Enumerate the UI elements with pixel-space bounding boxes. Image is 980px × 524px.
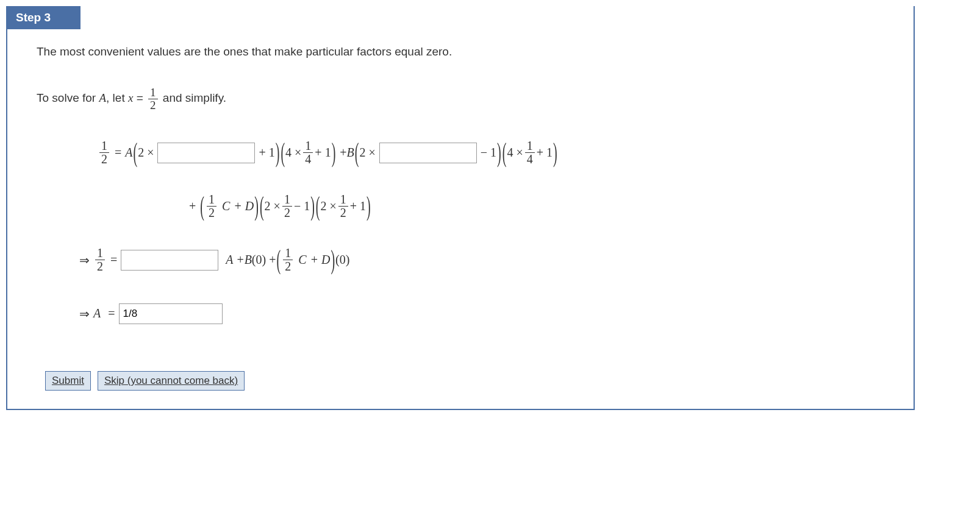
four-x: 4 × <box>285 146 301 160</box>
blank-input-3[interactable] <box>121 250 218 271</box>
solve-suffix: and simplify. <box>160 91 226 104</box>
arrow-icon: ⇒ <box>79 306 90 321</box>
paren-close: ) <box>254 191 259 222</box>
coef-A: A <box>93 306 101 320</box>
math-line-1: 12 = A ( 2 × + 1 ) ( 4 × 14 + 1 ) + B ( … <box>98 138 884 168</box>
solve-letx: , let <box>106 91 128 104</box>
two-x: 2 × <box>265 199 281 213</box>
paren-close: ) <box>332 138 336 169</box>
answer-input-A[interactable] <box>119 303 223 324</box>
solve-line: To solve for A, let x = 12 and simplify. <box>37 87 884 112</box>
paren-open: ( <box>281 138 285 169</box>
paren-close: ) <box>310 191 315 222</box>
eq: = <box>115 146 121 160</box>
frac-half: 12 <box>338 193 348 219</box>
frac-den: 2 <box>148 99 158 112</box>
solve-eq: = <box>133 91 146 104</box>
plus-D: + D <box>310 253 330 267</box>
paren-open: ( <box>200 191 204 222</box>
frac-half: 12 <box>207 193 216 219</box>
paren-close: ) <box>331 245 335 276</box>
paren-close: ) <box>497 138 501 169</box>
frac-1-4: 14 <box>525 140 535 166</box>
coef-A: A <box>125 146 132 160</box>
paren-open: ( <box>276 245 281 276</box>
lhs-frac: 12 <box>99 140 109 166</box>
frac-half: 12 <box>282 193 292 219</box>
plus-1: + 1 <box>259 146 274 160</box>
math-line-3: ⇒ 12 = A + B (0) + ( 12 C + D ) (0) <box>79 246 884 275</box>
plus-D: + D <box>234 199 254 213</box>
buttons-row: Submit Skip (you cannot come back) <box>45 371 884 391</box>
submit-button[interactable]: Submit <box>45 371 91 391</box>
paren-close: ) <box>276 138 280 169</box>
eq: = <box>108 306 115 320</box>
paren-open: ( <box>134 138 138 169</box>
A-plus: A + <box>226 253 244 267</box>
minus-1: − 1 <box>294 199 310 213</box>
two-x: 2 × <box>138 146 154 160</box>
math-line-4: ⇒ A = <box>79 299 884 328</box>
coef-B: B <box>245 253 252 267</box>
step-header: Step 3 <box>7 6 80 29</box>
intro-text: The most convenient values are the ones … <box>37 45 884 58</box>
plus-1: + 1 <box>537 146 553 160</box>
math-line-2: + ( 12 C + D ) ( 2 × 12 − 1 ) ( 2 × 12 +… <box>189 192 884 221</box>
skip-button[interactable]: Skip (you cannot come back) <box>98 371 245 391</box>
blank-input-2[interactable] <box>379 143 477 163</box>
coef-C: C <box>298 253 306 267</box>
frac-1-4: 14 <box>303 140 313 166</box>
zero-1: (0) + <box>252 253 276 267</box>
step-body: The most convenient values are the ones … <box>7 29 914 409</box>
step-container: Step 3 The most convenient values are th… <box>6 6 915 410</box>
eq: = <box>110 253 117 267</box>
frac-half: 12 <box>283 247 293 273</box>
paren-open: ( <box>316 191 320 222</box>
plus-1: + 1 <box>350 199 366 213</box>
solve-frac: 12 <box>148 87 158 112</box>
math-block: 12 = A ( 2 × + 1 ) ( 4 × 14 + 1 ) + B ( … <box>98 138 884 328</box>
frac-num: 1 <box>148 87 158 99</box>
plus: + <box>340 146 346 160</box>
zero-2: (0) <box>335 253 349 267</box>
plus: + <box>189 199 196 213</box>
step-title: Step 3 <box>16 11 51 24</box>
plus-1: + 1 <box>315 146 331 160</box>
solve-prefix: To solve for <box>37 91 99 104</box>
paren-close: ) <box>367 191 371 222</box>
paren-open: ( <box>355 138 359 169</box>
paren-open: ( <box>503 138 507 169</box>
paren-close: ) <box>553 138 557 169</box>
two-x: 2 × <box>321 199 337 213</box>
arrow-icon: ⇒ <box>79 253 90 267</box>
frac-half: 12 <box>95 247 105 273</box>
two-x: 2 × <box>359 146 375 160</box>
blank-input-1[interactable] <box>157 143 255 163</box>
coef-B: B <box>347 146 354 160</box>
minus-1: − 1 <box>481 146 496 160</box>
four-x: 4 × <box>507 146 523 160</box>
paren-open: ( <box>260 191 264 222</box>
solve-var: A <box>99 91 106 104</box>
coef-C: C <box>222 199 230 213</box>
